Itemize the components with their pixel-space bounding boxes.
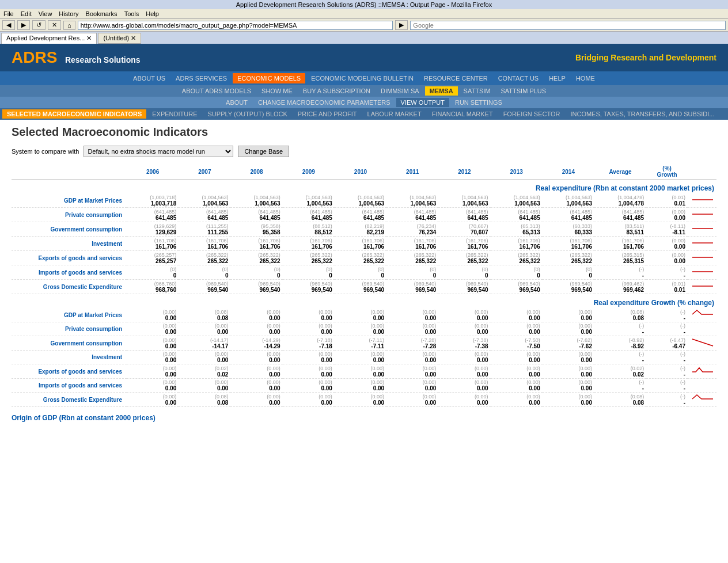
- cell-0-1-1: (641,485)641,485: [179, 208, 230, 222]
- cell-1-5-0: (0.00)0.00: [127, 379, 179, 393]
- cell-1-6-1: (0.08)0.08: [179, 393, 230, 407]
- cell-0-3-6: (161,706)161,706: [438, 237, 490, 251]
- nav-contact-us[interactable]: CONTACT US: [494, 73, 544, 83]
- browser-tab-2[interactable]: (Untitled) ✕: [98, 33, 141, 44]
- tab-price-profit[interactable]: PRICE AND PROFIT: [293, 109, 362, 119]
- chart-1-6: [688, 393, 716, 407]
- tab-selected-macro[interactable]: SELECTED MACROECONOMIC INDICATORS: [2, 109, 146, 119]
- nav-help[interactable]: HELP: [544, 73, 570, 83]
- nav-memsa[interactable]: MEMSA: [425, 86, 458, 96]
- cell-1-5-2: (0.00)0.00: [230, 379, 282, 393]
- cell-0-4-7: (265,322)265,322: [491, 251, 543, 265]
- cell-1-3-0: (0.00)0.00: [127, 351, 179, 364]
- nav-back-button[interactable]: ◀: [2, 20, 15, 30]
- tab-bar: SELECTED MACROECONOMIC INDICATORS EXPEND…: [0, 108, 728, 120]
- cell-1-6-7: (0.00)0.00: [491, 393, 543, 407]
- row-label-1-3: Investment: [12, 351, 127, 364]
- nav-refresh-button[interactable]: ↺: [32, 20, 46, 30]
- browser-tab-1[interactable]: Applied Development Res... ✕: [1, 33, 97, 44]
- address-bar[interactable]: [78, 21, 393, 30]
- avg-1-1: (-)-: [594, 322, 646, 336]
- search-input[interactable]: [410, 21, 726, 30]
- nav-home-button[interactable]: ⌂: [63, 21, 75, 30]
- growth-1-5: (-)-: [646, 379, 688, 393]
- tab-incomes-taxes[interactable]: INCOMES, TAXES, TRANSFERS, AND SUBSIDI..…: [566, 109, 719, 119]
- nav-forward-button[interactable]: ▶: [17, 20, 30, 30]
- system-compare-select[interactable]: Default, no extra shocks macro model run: [84, 146, 233, 157]
- menu-edit[interactable]: Edit: [21, 10, 32, 17]
- cell-1-4-0: (0.00)0.00: [127, 364, 179, 379]
- cell-0-1-0: (641,485)641,485: [127, 208, 179, 222]
- nav-sattsim[interactable]: SATTSIM: [459, 86, 495, 96]
- cell-0-6-7: (969,540)969,540: [491, 280, 543, 294]
- cell-0-3-2: (161,706)161,706: [230, 237, 282, 251]
- nav-dimmsim-sa[interactable]: DIMMSIM SA: [376, 86, 424, 96]
- page-title: Selected Macroeconomic Indicators: [12, 125, 716, 139]
- nav-about-adrs-models[interactable]: ABOUT ADRS MODELS: [177, 86, 256, 96]
- nav-run-settings[interactable]: RUN SETTINGS: [450, 98, 507, 107]
- nav-show-me[interactable]: SHOW ME: [257, 86, 297, 96]
- cell-1-0-0: (0.00)0.00: [127, 308, 179, 322]
- chart-0-5: [688, 265, 716, 280]
- nav-economic-modeling-bulletin[interactable]: ECONOMIC MODELING BULLETIN: [306, 73, 418, 83]
- nav-sattsim-plus[interactable]: SATTSIM PLUS: [496, 86, 551, 96]
- cell-1-5-6: (0.00)0.00: [438, 379, 490, 393]
- cell-0-1-5: (641,485)641,485: [386, 208, 438, 222]
- change-base-button[interactable]: Change Base: [238, 146, 289, 157]
- nav-stop-button[interactable]: ✕: [48, 20, 61, 30]
- cell-1-0-1: (0.08)0.08: [179, 308, 230, 322]
- nav-change-macroeconomic[interactable]: CHANGE MACROECONOMIC PARAMETERS: [253, 98, 395, 107]
- cell-1-5-5: (0.00)0.00: [386, 379, 438, 393]
- nav-home[interactable]: HOME: [571, 73, 600, 83]
- site-tagline: Bridging Research and Development: [575, 53, 716, 62]
- browser-toolbar: ◀ ▶ ↺ ✕ ⌂ ▶: [0, 18, 728, 32]
- menu-help[interactable]: Help: [146, 10, 159, 17]
- cell-1-3-8: (0.00)0.00: [543, 351, 594, 364]
- cell-0-0-2: (1,004,563)1,004,563: [230, 193, 282, 208]
- tab-expenditure[interactable]: EXPENDITURE: [147, 109, 202, 119]
- cell-1-0-8: (0.00)0.00: [543, 308, 594, 322]
- avg-0-1: (641,485)641,485: [594, 208, 646, 222]
- cell-1-2-1: (-14.17)-14.17: [179, 336, 230, 351]
- menu-history[interactable]: History: [59, 10, 78, 17]
- nav-go-button[interactable]: ▶: [395, 20, 408, 30]
- cell-0-0-4: (1,004,563)1,004,563: [335, 193, 386, 208]
- section-header-row: Real expenditure (Rbn at constant 2000 m…: [12, 180, 716, 194]
- avg-0-6: (969,462)969,462: [594, 280, 646, 294]
- cell-0-6-3: (969,540)969,540: [283, 280, 335, 294]
- cell-1-2-7: (-7.50)-7.50: [491, 336, 543, 351]
- cell-1-6-6: (0.00)0.00: [438, 393, 490, 407]
- tab-foreign-sector[interactable]: FOREIGN SECTOR: [499, 109, 565, 119]
- nav-view-output[interactable]: VIEW OUTPUT: [396, 98, 449, 107]
- nav-about[interactable]: ABOUT: [221, 98, 252, 107]
- growth-1-0: (-)-: [646, 308, 688, 322]
- chart-1-2: [688, 336, 716, 351]
- cell-1-4-6: (0.00)0.00: [438, 364, 490, 379]
- table-row: GDP at Market Prices(0.00)0.00(0.08)0.08…: [12, 308, 716, 322]
- col-year-2006: 2006: [127, 164, 179, 180]
- menu-file[interactable]: File: [3, 10, 14, 17]
- cell-1-5-8: (0.00)0.00: [543, 379, 594, 393]
- browser-menubar: File Edit View History Bookmarks Tools H…: [0, 9, 728, 18]
- menu-view[interactable]: View: [39, 10, 52, 17]
- nav-adrs-services[interactable]: ADRS SERVICES: [171, 73, 232, 83]
- origin-gdp-link[interactable]: Origin of GDP (Rbn at constant 2000 pric…: [12, 414, 156, 422]
- nav-about-us[interactable]: ABOUT US: [128, 73, 170, 83]
- nav-resource-center[interactable]: RESOURCE CENTER: [419, 73, 492, 83]
- chart-1-1: [688, 322, 716, 336]
- chart-1-4: [688, 364, 716, 379]
- cell-0-6-4: (969,540)969,540: [335, 280, 386, 294]
- tab-supply-output[interactable]: SUPPLY (OUTPUT) BLOCK: [203, 109, 292, 119]
- nav-buy-subscription[interactable]: BUY A SUBSCRIPTION: [298, 86, 375, 96]
- tab-financial-market[interactable]: FINANCIAL MARKET: [427, 109, 498, 119]
- growth-1-4: (-)-: [646, 364, 688, 379]
- menu-tools[interactable]: Tools: [124, 10, 139, 17]
- tab-labour-market[interactable]: LABOUR MARKET: [363, 109, 426, 119]
- menu-bookmarks[interactable]: Bookmarks: [86, 10, 117, 17]
- col-year-2010: 2010: [335, 164, 386, 180]
- section-title-1: Real expenditure Growth (% change): [12, 294, 716, 309]
- cell-0-4-8: (265,322)265,322: [543, 251, 594, 265]
- avg-1-5: (-)-: [594, 379, 646, 393]
- cell-0-2-5: (76,234)76,234: [386, 222, 438, 237]
- nav-economic-models[interactable]: ECONOMIC MODELS: [233, 73, 305, 83]
